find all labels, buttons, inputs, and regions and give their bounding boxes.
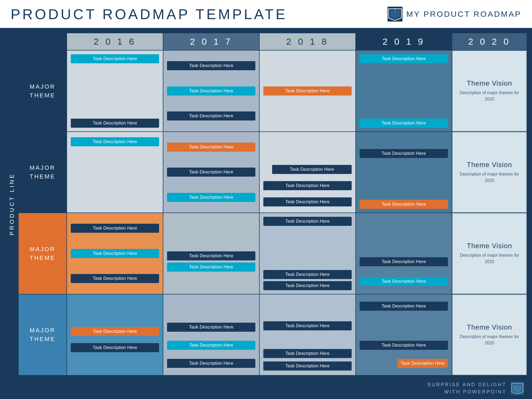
row-label-2: MAJOR THEME xyxy=(19,132,66,213)
task-bar: Task Description Here xyxy=(263,281,352,290)
page-wrapper: PRODUCT ROADMAP TEMPLATE MY PRODUCT ROAD… xyxy=(0,0,532,399)
year-header-2019: 2 0 1 9 xyxy=(356,33,452,50)
row-label-3: MAJOR THEME xyxy=(19,213,66,294)
row4-2018: Task Description Here Task Description H… xyxy=(260,294,355,375)
task-bar: Task Description Here xyxy=(263,321,352,330)
row2-2019: Task Description Here Task Description H… xyxy=(356,132,452,213)
task-bar: Task Description Here xyxy=(71,343,159,352)
theme-vision-desc-1: Description of major themes for 2020 xyxy=(457,90,522,102)
task-bar: Task Description Here xyxy=(360,302,448,311)
theme-row-1: MAJOR THEME Task Description Here Task D… xyxy=(19,51,527,131)
theme-vision-desc-2: Description of major themes for 2020 xyxy=(457,171,522,184)
theme-vision-cell-4: Theme Vision Description of major themes… xyxy=(452,294,527,375)
row4-2016: Task Description Here Task Description H… xyxy=(67,294,163,375)
task-bar: Task Description Here xyxy=(71,54,159,63)
task-bar: Task Description Here xyxy=(71,137,159,146)
task-bar: Task Description Here xyxy=(360,257,448,266)
logo-icon xyxy=(388,7,402,22)
row2-2018: Task Description Here Task Description H… xyxy=(260,132,355,213)
row3-2017: Task Description Here Task Description H… xyxy=(163,213,259,294)
task-bar: Task Description Here xyxy=(360,200,448,209)
task-bar: Task Description Here xyxy=(263,349,352,358)
task-bar: Task Description Here xyxy=(272,165,352,174)
year-headers: 2 0 1 6 2 0 1 7 2 0 1 8 2 0 1 9 2 0 2 0 xyxy=(19,33,527,50)
task-bar: Task Description Here xyxy=(71,327,159,336)
task-bar: Task Description Here xyxy=(71,224,159,233)
task-bar: Task Description Here xyxy=(360,119,448,128)
theme-row-3: MAJOR THEME Task Description Here Task D… xyxy=(19,213,527,294)
task-bar: Task Description Here xyxy=(167,263,255,272)
row1-2016: Task Description Here Task Description H… xyxy=(67,51,163,131)
task-bar: Task Description Here xyxy=(167,341,255,350)
task-bar: Task Description Here xyxy=(167,359,255,368)
row3-2016: Task Description Here Task Description H… xyxy=(67,213,163,294)
task-bar: Task Description Here xyxy=(360,277,448,286)
task-bar: Task Description Here xyxy=(71,274,159,283)
year-header-2017: 2 0 1 7 xyxy=(163,33,259,50)
theme-vision-title-1: Theme Vision xyxy=(467,79,512,88)
task-bar: Task Description Here xyxy=(167,251,255,260)
row1-2018: Task Description Here xyxy=(260,51,355,131)
task-bar: Task Description Here xyxy=(360,54,448,63)
theme-row-4: MAJOR THEME Task Description Here Task D… xyxy=(19,294,527,375)
task-bar: Task Description Here xyxy=(263,197,352,206)
row1-2017: Task Description Here Task Description H… xyxy=(163,51,259,131)
year-header-2020: 2 0 2 0 xyxy=(452,33,527,50)
task-bar: Task Description Here xyxy=(167,86,255,95)
theme-vision-title-2: Theme Vision xyxy=(467,161,512,169)
task-bar: Task Description Here xyxy=(167,111,255,120)
theme-vision-cell-3: Theme Vision Description of major themes… xyxy=(452,213,527,294)
task-bar: Task Description Here xyxy=(360,149,448,158)
footer: SURPRISE AND DELIGHT WITH POWERPOINT xyxy=(0,378,532,399)
rows-area: MAJOR THEME Task Description Here Task D… xyxy=(19,51,527,375)
task-bar: Task Description Here xyxy=(263,361,352,371)
row-label-4: MAJOR THEME xyxy=(19,294,66,375)
row4-2019: Task Description Here Task Description H… xyxy=(356,294,452,375)
footer-text: SURPRISE AND DELIGHT WITH POWERPOINT xyxy=(427,381,506,396)
task-bar: Task Description Here xyxy=(263,181,352,190)
theme-vision-title-4: Theme Vision xyxy=(467,323,512,331)
header: PRODUCT ROADMAP TEMPLATE MY PRODUCT ROAD… xyxy=(0,0,532,28)
row-label-1: MAJOR THEME xyxy=(19,51,66,131)
theme-vision-cell-1: Theme Vision Description of major themes… xyxy=(452,51,527,131)
row2-2016: Task Description Here xyxy=(67,132,163,213)
task-bar: Task Description Here xyxy=(167,143,255,152)
row3-2019: Task Description Here Task Description H… xyxy=(356,213,452,294)
task-bar: Task Description Here xyxy=(167,168,255,177)
task-bar: Task Description Here xyxy=(71,119,159,128)
theme-vision-desc-4: Description of major themes for 2020 xyxy=(457,334,522,346)
product-line-label: PRODUCT LINE xyxy=(5,33,19,375)
task-bar: Task Description Here xyxy=(167,61,255,70)
task-bar: Task Description Here xyxy=(360,341,448,350)
theme-vision-desc-3: Description of major themes for 2020 xyxy=(457,252,522,265)
theme-vision-cell-2: Theme Vision Description of major themes… xyxy=(452,132,527,213)
theme-row-2: MAJOR THEME Task Description Here Task D… xyxy=(19,132,527,213)
product-name: MY PRODUCT ROADMAP xyxy=(406,10,521,19)
task-bar: Task Description Here xyxy=(263,86,352,95)
page-title: PRODUCT ROADMAP TEMPLATE xyxy=(11,6,287,22)
header-right: MY PRODUCT ROADMAP xyxy=(388,7,521,22)
year-header-2018: 2 0 1 8 xyxy=(260,33,355,50)
task-bar: Task Description Here xyxy=(263,270,352,279)
year-header-empty xyxy=(19,33,66,50)
row2-2017: Task Description Here Task Description H… xyxy=(163,132,259,213)
task-bar: Task Description Here xyxy=(263,217,352,226)
task-bar: Task Description Here xyxy=(167,323,255,332)
task-bar: Task Description Here xyxy=(167,193,255,202)
footer-logo-icon xyxy=(511,382,524,395)
task-bar: Task Description Here xyxy=(397,359,448,368)
row1-2019: Task Description Here Task Description H… xyxy=(356,51,452,131)
task-bar: Task Description Here xyxy=(71,249,159,258)
year-header-2016: 2 0 1 6 xyxy=(67,33,163,50)
row4-2017: Task Description Here Task Description H… xyxy=(163,294,259,375)
main-content: PRODUCT LINE 2 0 1 6 2 0 1 7 2 0 1 8 2 0… xyxy=(0,28,532,378)
row3-2018: Task Description Here Task Description H… xyxy=(260,213,355,294)
grid-area: 2 0 1 6 2 0 1 7 2 0 1 8 2 0 1 9 2 0 2 0 … xyxy=(19,33,527,375)
theme-vision-title-3: Theme Vision xyxy=(467,242,512,250)
